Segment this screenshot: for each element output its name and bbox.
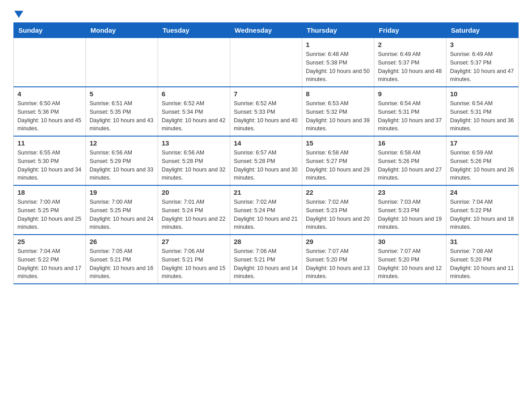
calendar-cell: 21Sunrise: 7:02 AMSunset: 5:24 PMDayligh…: [230, 185, 302, 235]
calendar-cell: 18Sunrise: 7:00 AMSunset: 5:25 PMDayligh…: [14, 185, 86, 235]
day-number: 12: [90, 139, 154, 147]
day-number: 2: [378, 41, 442, 48]
day-info: Sunrise: 6:50 AMSunset: 5:36 PMDaylight:…: [17, 99, 82, 133]
calendar-cell: 25Sunrise: 7:04 AMSunset: 5:22 PMDayligh…: [14, 235, 86, 284]
calendar-cell: 14Sunrise: 6:57 AMSunset: 5:28 PMDayligh…: [230, 136, 302, 185]
calendar-cell: 17Sunrise: 6:59 AMSunset: 5:26 PMDayligh…: [446, 136, 519, 185]
day-number: 28: [234, 238, 298, 245]
day-number: 20: [162, 188, 226, 196]
calendar-cell: 13Sunrise: 6:56 AMSunset: 5:28 PMDayligh…: [158, 136, 230, 185]
calendar-cell: 29Sunrise: 7:07 AMSunset: 5:20 PMDayligh…: [302, 235, 374, 284]
calendar-cell: 1Sunrise: 6:48 AMSunset: 5:38 PMDaylight…: [302, 38, 374, 87]
calendar-week-row: 1Sunrise: 6:48 AMSunset: 5:38 PMDaylight…: [14, 38, 519, 87]
day-number: 8: [306, 90, 370, 98]
calendar-week-row: 4Sunrise: 6:50 AMSunset: 5:36 PMDaylight…: [14, 87, 519, 136]
weekday-header-tuesday: Tuesday: [158, 23, 230, 38]
calendar-week-row: 25Sunrise: 7:04 AMSunset: 5:22 PMDayligh…: [14, 235, 519, 284]
calendar-cell: [86, 38, 158, 87]
day-number: 10: [450, 90, 515, 98]
calendar-cell: 16Sunrise: 6:58 AMSunset: 5:26 PMDayligh…: [374, 136, 446, 185]
calendar-cell: 3Sunrise: 6:49 AMSunset: 5:37 PMDaylight…: [446, 38, 519, 87]
day-info: Sunrise: 6:58 AMSunset: 5:27 PMDaylight:…: [306, 149, 370, 182]
day-info: Sunrise: 7:04 AMSunset: 5:22 PMDaylight:…: [17, 247, 82, 281]
weekday-header-monday: Monday: [86, 23, 158, 38]
day-number: 4: [17, 90, 82, 98]
day-info: Sunrise: 6:51 AMSunset: 5:35 PMDaylight:…: [90, 99, 154, 133]
calendar-cell: 30Sunrise: 7:07 AMSunset: 5:20 PMDayligh…: [374, 235, 446, 284]
day-info: Sunrise: 6:57 AMSunset: 5:28 PMDaylight:…: [234, 149, 298, 182]
calendar-header-row: SundayMondayTuesdayWednesdayThursdayFrid…: [14, 23, 519, 38]
day-number: 30: [378, 238, 442, 245]
day-info: Sunrise: 6:58 AMSunset: 5:26 PMDaylight:…: [378, 149, 442, 182]
calendar-cell: 11Sunrise: 6:55 AMSunset: 5:30 PMDayligh…: [14, 136, 86, 185]
calendar-week-row: 18Sunrise: 7:00 AMSunset: 5:25 PMDayligh…: [14, 185, 519, 235]
weekday-header-saturday: Saturday: [446, 23, 519, 38]
day-number: 29: [306, 238, 370, 245]
calendar-cell: [14, 38, 86, 87]
day-number: 22: [306, 188, 370, 196]
day-info: Sunrise: 6:59 AMSunset: 5:26 PMDaylight:…: [450, 149, 515, 182]
day-number: 17: [450, 139, 515, 147]
day-number: 11: [17, 139, 82, 147]
calendar-cell: 4Sunrise: 6:50 AMSunset: 5:36 PMDaylight…: [14, 87, 86, 136]
calendar-cell: 6Sunrise: 6:52 AMSunset: 5:34 PMDaylight…: [158, 87, 230, 136]
day-info: Sunrise: 7:06 AMSunset: 5:21 PMDaylight:…: [162, 247, 226, 281]
day-info: Sunrise: 7:00 AMSunset: 5:25 PMDaylight:…: [17, 198, 82, 231]
day-info: Sunrise: 6:56 AMSunset: 5:29 PMDaylight:…: [90, 149, 154, 182]
calendar-cell: 24Sunrise: 7:04 AMSunset: 5:22 PMDayligh…: [446, 185, 519, 235]
day-info: Sunrise: 7:01 AMSunset: 5:24 PMDaylight:…: [162, 198, 226, 231]
calendar-cell: 7Sunrise: 6:52 AMSunset: 5:33 PMDaylight…: [230, 87, 302, 136]
day-info: Sunrise: 6:52 AMSunset: 5:33 PMDaylight:…: [234, 99, 298, 133]
day-number: 25: [17, 238, 82, 245]
calendar-cell: 19Sunrise: 7:00 AMSunset: 5:25 PMDayligh…: [86, 185, 158, 235]
calendar-cell: 23Sunrise: 7:03 AMSunset: 5:23 PMDayligh…: [374, 185, 446, 235]
page-header: [13, 9, 519, 18]
calendar-week-row: 11Sunrise: 6:55 AMSunset: 5:30 PMDayligh…: [14, 136, 519, 185]
calendar-cell: 26Sunrise: 7:05 AMSunset: 5:21 PMDayligh…: [86, 235, 158, 284]
calendar-cell: 20Sunrise: 7:01 AMSunset: 5:24 PMDayligh…: [158, 185, 230, 235]
calendar-table: SundayMondayTuesdayWednesdayThursdayFrid…: [13, 22, 519, 284]
day-info: Sunrise: 6:53 AMSunset: 5:32 PMDaylight:…: [306, 99, 370, 133]
day-info: Sunrise: 7:08 AMSunset: 5:20 PMDaylight:…: [450, 247, 515, 281]
day-info: Sunrise: 6:52 AMSunset: 5:34 PMDaylight:…: [162, 99, 226, 133]
day-info: Sunrise: 6:55 AMSunset: 5:30 PMDaylight:…: [17, 149, 82, 182]
day-number: 7: [234, 90, 298, 98]
day-number: 27: [162, 238, 226, 245]
day-info: Sunrise: 6:54 AMSunset: 5:31 PMDaylight:…: [450, 99, 515, 133]
day-number: 14: [234, 139, 298, 147]
day-number: 24: [450, 188, 515, 196]
day-info: Sunrise: 7:06 AMSunset: 5:21 PMDaylight:…: [234, 247, 298, 281]
logo: [13, 9, 23, 18]
calendar-cell: 10Sunrise: 6:54 AMSunset: 5:31 PMDayligh…: [446, 87, 519, 136]
day-info: Sunrise: 7:04 AMSunset: 5:22 PMDaylight:…: [450, 198, 515, 231]
day-info: Sunrise: 7:07 AMSunset: 5:20 PMDaylight:…: [378, 247, 442, 281]
day-number: 15: [306, 139, 370, 147]
calendar-cell: 12Sunrise: 6:56 AMSunset: 5:29 PMDayligh…: [86, 136, 158, 185]
day-number: 13: [162, 139, 226, 147]
calendar-cell: 31Sunrise: 7:08 AMSunset: 5:20 PMDayligh…: [446, 235, 519, 284]
calendar-cell: 27Sunrise: 7:06 AMSunset: 5:21 PMDayligh…: [158, 235, 230, 284]
weekday-header-friday: Friday: [374, 23, 446, 38]
calendar-cell: 28Sunrise: 7:06 AMSunset: 5:21 PMDayligh…: [230, 235, 302, 284]
day-info: Sunrise: 7:07 AMSunset: 5:20 PMDaylight:…: [306, 247, 370, 281]
day-number: 1: [306, 41, 370, 48]
day-info: Sunrise: 6:49 AMSunset: 5:37 PMDaylight:…: [450, 50, 515, 84]
calendar-cell: 22Sunrise: 7:02 AMSunset: 5:23 PMDayligh…: [302, 185, 374, 235]
day-number: 5: [90, 90, 154, 98]
day-number: 16: [378, 139, 442, 147]
day-info: Sunrise: 6:54 AMSunset: 5:31 PMDaylight:…: [378, 99, 442, 133]
day-info: Sunrise: 6:48 AMSunset: 5:38 PMDaylight:…: [306, 50, 370, 84]
day-info: Sunrise: 7:05 AMSunset: 5:21 PMDaylight:…: [90, 247, 154, 281]
calendar-cell: 2Sunrise: 6:49 AMSunset: 5:37 PMDaylight…: [374, 38, 446, 87]
day-number: 26: [90, 238, 154, 245]
day-info: Sunrise: 7:02 AMSunset: 5:23 PMDaylight:…: [306, 198, 370, 231]
day-info: Sunrise: 6:49 AMSunset: 5:37 PMDaylight:…: [378, 50, 442, 84]
calendar-cell: [230, 38, 302, 87]
day-number: 21: [234, 188, 298, 196]
day-number: 18: [17, 188, 82, 196]
weekday-header-wednesday: Wednesday: [230, 23, 302, 38]
day-number: 6: [162, 90, 226, 98]
day-number: 9: [378, 90, 442, 98]
calendar-cell: 5Sunrise: 6:51 AMSunset: 5:35 PMDaylight…: [86, 87, 158, 136]
day-number: 31: [450, 238, 515, 245]
